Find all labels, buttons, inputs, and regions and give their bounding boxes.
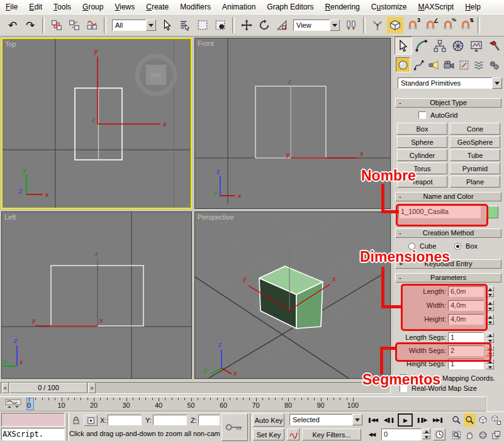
viewport-perspective[interactable]: Perspective <box>194 211 391 379</box>
go-to-end-icon[interactable]: ▶▶❚ <box>430 413 445 427</box>
spinner-up-icon[interactable] <box>422 429 430 434</box>
object-type-button-geosphere[interactable]: GeoSphere <box>450 136 500 148</box>
dropdown-arrow-icon[interactable] <box>146 20 156 31</box>
creation-method-box[interactable]: Box <box>454 242 478 250</box>
param-field[interactable]: 1 <box>448 332 484 343</box>
object-type-button-box[interactable]: Box <box>397 123 447 135</box>
time-slider-handle[interactable]: 0 / 100 <box>9 383 87 393</box>
viewport-label[interactable]: Top <box>5 40 16 48</box>
frame-spinner[interactable] <box>422 429 430 439</box>
dropdown-arrow-icon[interactable] <box>352 414 362 425</box>
tab-display[interactable] <box>468 36 485 55</box>
menu-item-help[interactable]: Help <box>459 1 486 14</box>
tab-modify[interactable] <box>413 36 430 55</box>
param-spinner[interactable] <box>486 332 494 343</box>
zoom-all-icon[interactable] <box>464 413 476 427</box>
rollout-name-and-color[interactable]: - Name and Color <box>395 192 501 201</box>
viewcube[interactable]: TOP <box>137 56 175 94</box>
menu-item-modifiers[interactable]: Modifiers <box>174 1 216 14</box>
current-frame-field[interactable]: 0 <box>381 429 422 440</box>
select-move-icon[interactable] <box>238 17 255 33</box>
redo-icon[interactable]: ↷ <box>22 17 38 33</box>
subtab-shapes[interactable] <box>412 57 426 72</box>
viewport-label[interactable]: Perspective <box>198 213 233 221</box>
pan-icon[interactable] <box>464 429 476 442</box>
previous-frame-icon[interactable]: ◀❚❚ <box>382 413 396 427</box>
use-center-icon[interactable] <box>343 17 359 33</box>
z-coordinate-field[interactable] <box>198 415 220 425</box>
select-by-name-icon[interactable] <box>177 17 193 33</box>
spinner-snap-icon[interactable]: ⇅ <box>457 17 474 33</box>
menu-item-graph-editors[interactable]: Graph Editors <box>261 1 319 14</box>
percent-snap-icon[interactable]: % <box>440 17 456 33</box>
tab-hierarchy[interactable] <box>431 36 449 55</box>
next-frame-icon[interactable]: ❚❚▶ <box>415 413 428 427</box>
bind-to-spacewarp-icon[interactable] <box>84 17 100 33</box>
region-zoom-icon[interactable] <box>451 429 462 442</box>
maxscript-listener-pink[interactable] <box>1 413 65 427</box>
menu-item-animation[interactable]: Animation <box>216 1 261 14</box>
menu-item-rendering[interactable]: Rendering <box>319 1 365 14</box>
angle-snap-icon[interactable]: ∠ <box>422 17 439 33</box>
zoom-icon[interactable] <box>451 413 462 427</box>
menu-item-customize[interactable]: Customize <box>366 1 413 14</box>
select-object-icon[interactable] <box>159 17 176 33</box>
select-scale-icon[interactable] <box>274 17 290 33</box>
subtab-cameras[interactable] <box>442 57 456 72</box>
selection-lock-icon[interactable] <box>70 415 82 426</box>
rollout-toggle[interactable]: - <box>399 274 401 282</box>
spinner-down-icon[interactable] <box>486 364 494 369</box>
key-filters-button[interactable]: Key Filters... <box>302 429 361 440</box>
viewport-label[interactable]: Left <box>4 213 16 221</box>
play-icon[interactable]: ▶ <box>398 413 413 427</box>
y-coordinate-field[interactable] <box>153 415 187 425</box>
menu-item-group[interactable]: Group <box>77 1 109 14</box>
menu-item-maxscript[interactable]: MAXScript <box>413 1 460 14</box>
object-type-button-cylinder[interactable]: Cylinder <box>397 149 447 161</box>
object-type-button-cone[interactable]: Cone <box>450 123 500 135</box>
absolute-mode-icon[interactable] <box>84 415 98 426</box>
menu-item-create[interactable]: Create <box>140 1 174 14</box>
dropdown-arrow-icon[interactable] <box>492 77 502 89</box>
primitive-category-dropdown[interactable]: Standard Primitives <box>398 77 502 89</box>
time-slider-channel[interactable]: < 0 / 100 > <box>1 382 391 394</box>
maxscript-listener-input[interactable]: AXScript. <box>1 428 65 440</box>
menu-item-edit[interactable]: Edit <box>23 1 48 14</box>
arc-rotate-icon[interactable] <box>477 429 489 442</box>
reference-coord-dropdown[interactable]: View <box>293 19 340 31</box>
rollout-toggle[interactable]: - <box>399 229 401 237</box>
select-manipulate-icon[interactable] <box>369 17 386 33</box>
snaps-toggle-icon[interactable] <box>387 17 403 33</box>
menu-item-views[interactable]: Views <box>109 1 140 14</box>
zoom-extents-all-icon[interactable] <box>490 413 502 427</box>
rollout-object-type[interactable]: - Object Type <box>395 98 501 108</box>
viewport-top[interactable]: Top TOP y x z <box>1 38 192 209</box>
rollout-creation-method[interactable]: - Creation Method <box>395 228 501 238</box>
undo-icon[interactable]: ↶ <box>4 17 21 33</box>
tab-utilities[interactable] <box>486 36 503 55</box>
autogrid-checkbox[interactable] <box>418 111 426 119</box>
subtab-systems[interactable] <box>487 57 501 72</box>
transform-keyboard-icon[interactable] <box>221 413 248 441</box>
rollout-parameters[interactable]: - Parameters <box>395 273 501 283</box>
viewport-left[interactable]: Left z y x z y <box>1 211 192 379</box>
snaps-3d-icon[interactable]: 3 <box>405 17 421 33</box>
viewport-label[interactable]: Front <box>198 40 214 47</box>
go-to-start-icon[interactable]: ❚◀◀ <box>365 413 380 427</box>
spinner-down-icon[interactable] <box>422 434 430 439</box>
set-key-button[interactable]: Set Key <box>253 429 284 440</box>
zoom-extents-icon[interactable] <box>477 413 489 427</box>
dropdown-arrow-icon[interactable] <box>330 20 340 31</box>
object-type-button-pyramid[interactable]: Pyramid <box>450 162 500 174</box>
x-coordinate-field[interactable] <box>108 415 142 425</box>
subtab-helpers[interactable] <box>457 57 471 72</box>
track-bar[interactable]: 0102030405060708090100 <box>0 396 486 412</box>
minmax-toggle-icon[interactable] <box>490 429 502 442</box>
rollout-toggle[interactable]: - <box>399 99 401 107</box>
tab-create[interactable] <box>395 36 412 55</box>
object-type-button-plane[interactable]: Plane <box>450 176 500 188</box>
key-step-icon[interactable]: ◀◀ <box>365 429 379 440</box>
subtab-lights[interactable] <box>427 57 441 72</box>
spinner-up-icon[interactable] <box>486 332 494 337</box>
box-wireframe-front[interactable] <box>255 86 326 158</box>
